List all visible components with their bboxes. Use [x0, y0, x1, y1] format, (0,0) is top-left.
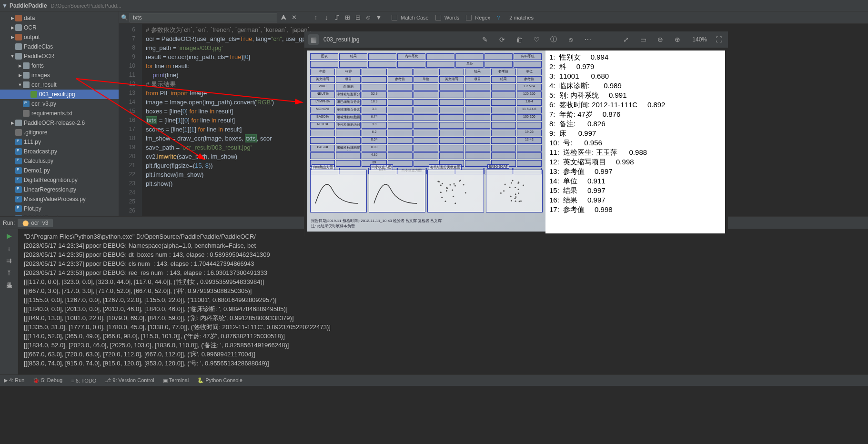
edit-icon[interactable]: ✎ [480, 34, 490, 45]
tool-window-button[interactable]: 🐍 Python Console [197, 377, 242, 383]
tree-item[interactable]: MissingValueProcess.py [0, 194, 119, 204]
tree-item[interactable]: requirements.txt [0, 109, 119, 118]
tree-item[interactable]: README.md [0, 213, 119, 216]
image-tab-name[interactable]: 003_result.jpg [323, 36, 359, 43]
info-icon[interactable]: ⓘ [548, 34, 559, 45]
ocr-result-line: 11: 送检医生: 王玉萍 0.988 [549, 148, 721, 157]
folder-icon [15, 53, 22, 60]
expand-icon[interactable]: ▼ [10, 54, 15, 59]
delete-icon[interactable]: 🗑 [514, 34, 525, 45]
tree-item-label: ocr_v3.py [31, 101, 56, 107]
rerun-icon[interactable]: ▶ [5, 232, 13, 241]
tree-item[interactable]: Plot.py [0, 204, 119, 213]
line-number: 6 [119, 25, 135, 34]
console-line: [[[1155.0, 0.0], [1267.0, 0.0], [1267.0,… [24, 295, 862, 304]
ocr-result-line: 7: 年龄: 47岁 0.876 [549, 110, 721, 119]
fullscreen-icon[interactable]: ⛶ [714, 34, 724, 45]
expand-icon[interactable]: ▶ [10, 16, 15, 20]
line-number: 21 [119, 161, 135, 170]
arrow-down-icon[interactable]: ↓ [322, 14, 331, 21]
line-number: 9 [119, 52, 135, 61]
rotate-icon[interactable]: ⟳ [497, 34, 507, 45]
tree-item[interactable]: 111.py [0, 137, 119, 147]
tree-item[interactable]: ▶OCR [0, 23, 119, 32]
zoom-in-icon[interactable]: ⊕ [672, 34, 683, 45]
tool-window-button[interactable]: ▶ 4: Run [4, 377, 24, 383]
expand-icon[interactable]: ▶ [17, 63, 23, 68]
tree-item-label: MissingValueProcess.py [24, 196, 86, 202]
pin-icon[interactable]: ⎋ [364, 14, 373, 21]
svg-point-2 [444, 201, 446, 202]
regex-help[interactable]: ? [497, 15, 500, 20]
tree-item[interactable]: ▼ocr_result [0, 80, 119, 90]
project-expand-icon[interactable]: ▼ [2, 2, 8, 9]
expand-icon[interactable]: ▶ [17, 73, 23, 78]
run-label: Run: [3, 220, 15, 226]
expand-icon[interactable]: ▶ [10, 25, 15, 30]
tool-window-button[interactable]: ≡ 6: TODO [71, 378, 96, 383]
more-icon[interactable]: ⋯ [583, 34, 593, 45]
regex-checkbox[interactable] [466, 15, 472, 20]
tree-item[interactable]: ▼PaddleOCR [0, 51, 119, 61]
toggle-soft-wrap-icon[interactable]: ⇉ [5, 257, 13, 265]
console-line: [[[1335.0, 31.0], [1777.0, 0.0], [1780.0… [24, 323, 862, 332]
stop-icon[interactable]: ↓ [5, 244, 13, 253]
zoom-out-icon[interactable]: ⊖ [655, 34, 666, 45]
arrow-up-icon[interactable]: ↑ [312, 14, 320, 21]
select-all-icon[interactable]: ⇵ [333, 14, 341, 21]
tree-item[interactable]: ▶output [0, 32, 119, 42]
image-viewer-toolbar: ▦ 003_result.jpg ✎ ⟳ 🗑 ♡ ⓘ ⎋ ⋯ ⤢ ▭ ⊖ ⊕ 1… [304, 31, 728, 48]
filter-search-icon[interactable]: ⊟ [353, 14, 362, 21]
tree-item[interactable]: ▶data [0, 13, 119, 23]
image-thumbnail-icon[interactable]: ▦ [308, 34, 319, 45]
tool-window-button[interactable]: ▣ Terminal [163, 377, 189, 383]
svg-point-8 [440, 184, 442, 186]
tree-item[interactable]: ▶PaddleOCR-release-2.6 [0, 118, 119, 128]
add-selection-icon[interactable]: ⊞ [343, 14, 352, 21]
ocr-result-line: 8: 备注: 0.826 [549, 119, 721, 129]
match-case-checkbox[interactable] [392, 15, 397, 20]
tree-item-label: PaddleOCR [24, 53, 54, 60]
tree-item[interactable]: ▶images [0, 71, 119, 80]
tree-item[interactable]: Calculus.py [0, 156, 119, 166]
expand-icon[interactable]: ▶ [10, 121, 15, 125]
expand-icon[interactable]: ⤢ [621, 34, 631, 45]
tree-item[interactable]: .gitignore [0, 128, 119, 137]
tree-item-label: ocr_result [31, 81, 57, 88]
tree-item-label: Plot.py [24, 205, 41, 212]
image-file-icon [30, 91, 37, 98]
svg-point-35 [520, 201, 522, 202]
tree-item[interactable]: ocr_v3.py [0, 99, 119, 109]
tool-window-button[interactable]: 🐞 5: Debug [33, 377, 62, 383]
slideshow-icon[interactable]: ▭ [638, 34, 648, 45]
tool-window-button[interactable]: ⎇ 9: Version Control [105, 377, 154, 383]
console-output[interactable]: "D:\Program Files\Python38\python.exe" D… [18, 229, 868, 374]
svg-point-25 [519, 201, 520, 202]
prev-occurrence-icon[interactable]: ⮝ [279, 14, 288, 21]
run-config-tab[interactable]: ⬤ocr_v3 [18, 219, 53, 227]
tree-item-label: data [24, 15, 35, 21]
tree-item[interactable]: Demo1.py [0, 166, 119, 175]
share-icon[interactable]: ⎋ [565, 34, 576, 45]
words-checkbox[interactable] [435, 15, 441, 20]
svg-point-31 [515, 193, 516, 195]
expand-icon[interactable]: ▶ [10, 35, 15, 40]
heart-icon[interactable]: ♡ [531, 34, 542, 45]
funnel-icon[interactable]: ▼ [374, 14, 383, 21]
close-find-icon[interactable]: ✕ [290, 14, 298, 21]
project-tree[interactable]: ▶data▶OCR▶outputPaddleClas▼PaddleOCR▶fon… [0, 11, 119, 216]
tree-item[interactable]: DigitalRecognition.py [0, 175, 119, 185]
find-input[interactable] [130, 13, 277, 22]
markdown-file-icon [15, 215, 22, 216]
console-line: [2023/05/17 14:23:37] ppocr DEBUG: cls n… [24, 259, 862, 268]
tree-item[interactable]: 003_result.jpg [0, 90, 119, 99]
tree-item[interactable]: PaddleClas [0, 42, 119, 51]
print-icon[interactable]: 🖶 [5, 282, 13, 290]
svg-point-33 [518, 192, 519, 194]
scroll-to-end-icon[interactable]: ⤒ [5, 269, 13, 278]
tree-item[interactable]: Broadcast.py [0, 147, 119, 156]
svg-point-12 [446, 190, 447, 192]
expand-icon[interactable]: ▼ [17, 82, 23, 87]
tree-item[interactable]: LinearRegression.py [0, 185, 119, 194]
tree-item[interactable]: ▶fonts [0, 61, 119, 71]
